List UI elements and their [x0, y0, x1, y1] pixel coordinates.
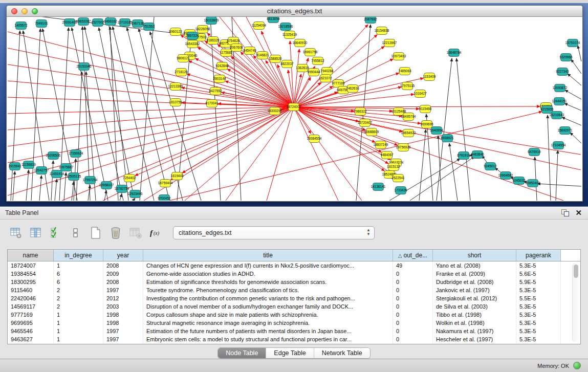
cited-node[interactable]: 11325419	[282, 31, 297, 39]
citation-edge-black[interactable]	[562, 117, 581, 125]
citing-node[interactable]: 20091406	[62, 19, 77, 27]
table-cell[interactable]: Estimation of the future numbers of pati…	[143, 327, 393, 335]
table-cell[interactable]: 1	[54, 327, 103, 335]
table-cell[interactable]: 1997	[103, 286, 143, 294]
cited-node[interactable]: 10973493	[391, 53, 406, 60]
table-cell[interactable]: 0	[393, 286, 433, 294]
table-cell[interactable]: 5.3E-5	[516, 311, 561, 319]
citing-node[interactable]: 9245032	[512, 177, 526, 185]
table-cell[interactable]: 1997	[103, 327, 143, 335]
table-cell[interactable]: Stergiakouli et al. (2012)	[433, 294, 516, 302]
citation-edge-black[interactable]	[23, 31, 49, 201]
citation-edge-black[interactable]	[13, 171, 15, 201]
scrollbar-thumb[interactable]	[574, 265, 578, 278]
table-row[interactable]: 1938455462009Genome-wide association stu…	[8, 270, 580, 278]
citation-edge-red[interactable]	[226, 107, 294, 201]
citing-node[interactable]: 9227343	[556, 68, 569, 76]
table-cell[interactable]: 1	[54, 311, 103, 319]
citing-node[interactable]: 8938921	[441, 135, 454, 142]
citing-node[interactable]: 7857224	[186, 32, 199, 40]
table-cell[interactable]: 0	[393, 270, 433, 278]
hub-node[interactable]: 18724007	[287, 103, 301, 111]
citing-node[interactable]: 12923446	[128, 190, 143, 198]
citation-edge-black[interactable]	[64, 172, 66, 201]
cited-node[interactable]: 2522541	[391, 174, 405, 182]
cited-node[interactable]: 9146821	[256, 52, 269, 59]
cited-node[interactable]: 1175685	[220, 49, 233, 57]
table-row[interactable]: 1872400712008Changes of HCN gene express…	[8, 261, 580, 270]
citation-edge-red[interactable]	[294, 107, 362, 201]
table-cell[interactable]: 0	[393, 319, 433, 327]
cited-node[interactable]: 9484067	[380, 151, 394, 159]
citation-edge-black[interactable]	[11, 31, 20, 201]
citation-edge-black[interactable]	[72, 182, 74, 201]
citation-edge-black[interactable]	[51, 161, 53, 201]
cited-node[interactable]: 8822037	[280, 60, 294, 68]
table-cell[interactable]: 0	[393, 278, 433, 286]
cited-node[interactable]: 2803144	[213, 75, 226, 83]
citing-node[interactable]: 11451914	[50, 170, 64, 178]
cited-node[interactable]: 8960123	[169, 28, 182, 36]
cited-node[interactable]: 9990444	[307, 69, 320, 76]
cited-node[interactable]: 19384554	[307, 135, 322, 143]
citing-node[interactable]: 1640954	[430, 127, 443, 135]
table-cell[interactable]: 18300295	[8, 278, 54, 286]
citation-edge-black[interactable]	[565, 90, 581, 99]
table-mode-icon[interactable]	[9, 226, 23, 239]
table-vertical-scrollbar[interactable]	[572, 263, 579, 342]
citing-node[interactable]: 6466162	[104, 18, 117, 26]
column-header-pagerank[interactable]: pagerank	[516, 250, 561, 261]
citation-edge-red[interactable]	[294, 74, 301, 107]
citing-node[interactable]: 14136141	[371, 183, 386, 191]
cited-node[interactable]: 9699695	[420, 121, 433, 128]
citation-edge-red[interactable]	[169, 112, 542, 201]
citing-node[interactable]: 20153346	[77, 63, 92, 71]
table-cell[interactable]: 2008	[103, 278, 143, 286]
table-cell[interactable]: 5.3E-5	[516, 261, 561, 270]
table-cell[interactable]: 1	[54, 335, 103, 343]
cited-node[interactable]: 17975115	[400, 82, 415, 90]
column-header-out-degree[interactable]: △out_de...	[393, 250, 433, 261]
tab-node-table[interactable]: Node Table	[218, 348, 266, 358]
citing-node[interactable]: 1733426	[394, 187, 407, 194]
citing-node[interactable]: 12444151	[552, 98, 567, 105]
table-cell[interactable]: 9699695	[8, 319, 54, 327]
cited-node[interactable]: 2718120	[175, 69, 188, 76]
table-cell[interactable]: Yano et al. (2008)	[433, 261, 516, 270]
citing-node[interactable]: 10653287	[76, 18, 91, 26]
citing-node[interactable]: 9463846	[471, 151, 484, 159]
table-cell[interactable]: 0	[393, 335, 433, 343]
table-cell[interactable]: Disruption of a novel member of a sodium…	[143, 302, 393, 311]
citing-node[interactable]: 17104554	[551, 142, 566, 149]
citation-edge-black[interactable]	[564, 103, 581, 111]
table-cell[interactable]: de Silva et al. (2003)	[433, 302, 516, 311]
citing-node[interactable]: 17957254	[83, 177, 98, 184]
tab-edge-table[interactable]: Edge Table	[266, 348, 314, 358]
citation-edge-black[interactable]	[108, 17, 128, 201]
citing-node[interactable]: 10958107	[99, 182, 114, 189]
table-row[interactable]: 2242004622012Investigating the contribut…	[8, 294, 580, 302]
table-cell[interactable]: 1998	[103, 319, 143, 327]
citation-edge-black[interactable]	[31, 29, 40, 201]
citation-edge-black[interactable]	[568, 74, 581, 85]
citing-node[interactable]: 7049101	[35, 20, 48, 28]
citing-node[interactable]: 17359924	[69, 150, 83, 158]
cited-node[interactable]: 7986322	[354, 108, 367, 116]
table-cell[interactable]: 5.3E-5	[516, 286, 561, 294]
table-cell[interactable]: Estimation of significance thresholds fo…	[143, 278, 393, 286]
citation-edge-black[interactable]	[537, 184, 581, 186]
citing-node[interactable]: 6791919	[457, 152, 470, 160]
citation-edge-red[interactable]	[135, 107, 294, 176]
row-height-icon[interactable]	[69, 226, 82, 239]
citing-node[interactable]: 10964682	[498, 172, 513, 180]
citation-edge-red[interactable]	[62, 107, 294, 201]
citation-edge-black[interactable]	[535, 157, 537, 201]
table-cell[interactable]: 2003	[103, 302, 143, 311]
citation-edge-black[interactable]	[55, 179, 57, 201]
table-cell[interactable]: 5.6E-5	[516, 270, 561, 278]
table-cell[interactable]: Hescheler et al. (1997)	[433, 335, 516, 343]
citing-node[interactable]: 12042757	[34, 167, 49, 174]
citing-node[interactable]: 1967138	[131, 20, 144, 28]
table-cell[interactable]: Corpus callosum shape and size in male p…	[143, 311, 393, 319]
citing-node[interactable]: 8813054	[267, 17, 280, 23]
